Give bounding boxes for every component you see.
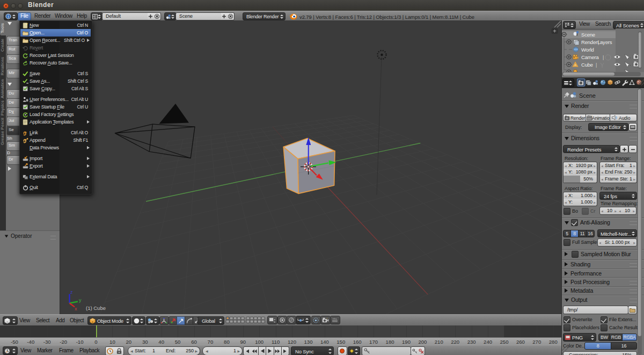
svg-text:World: World bbox=[581, 47, 594, 53]
svg-text:|: | bbox=[603, 55, 604, 60]
svg-text:x: x bbox=[75, 306, 77, 311]
svg-text:y: y bbox=[79, 298, 82, 303]
svg-text:(1) Cube: (1) Cube bbox=[86, 305, 106, 311]
svg-text:z: z bbox=[70, 289, 73, 295]
svg-text:Cube: Cube bbox=[581, 62, 593, 68]
svg-text:RenderLayers: RenderLayers bbox=[581, 39, 612, 45]
svg-text:Scene: Scene bbox=[581, 32, 595, 38]
svg-text:|: | bbox=[598, 40, 599, 45]
svg-text:|: | bbox=[596, 62, 597, 68]
svg-text:i: i bbox=[8, 14, 9, 19]
svg-text:Camera: Camera bbox=[581, 54, 599, 60]
